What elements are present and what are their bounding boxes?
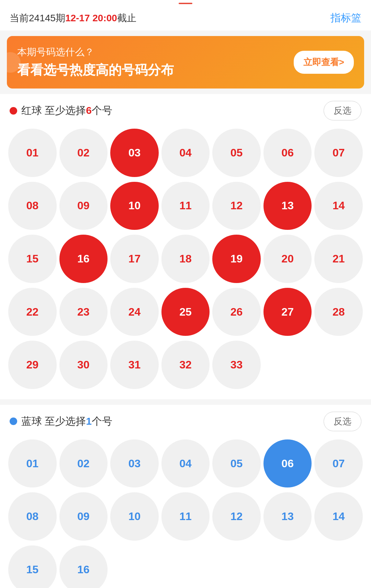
red-ball-17[interactable]: 17: [110, 235, 159, 283]
blue-ball-14[interactable]: 14: [314, 492, 363, 541]
red-ball-05[interactable]: 05: [212, 129, 261, 177]
blue-ball-05[interactable]: 05: [212, 439, 261, 488]
blue-ball-10[interactable]: 10: [110, 492, 159, 541]
period-label: 当前24145期: [10, 13, 65, 23]
blue-title-text: 蓝球 至少选择1个号: [21, 414, 112, 428]
blue-section-header: 蓝球 至少选择1个号 反选: [7, 412, 364, 431]
banner: 本期号码选什么？ 看看选号热度高的号码分布 立即查看>: [7, 36, 364, 89]
red-ball-18[interactable]: 18: [161, 235, 210, 283]
blue-ball-11[interactable]: 11: [161, 492, 210, 541]
red-balls-grid: 0102030405060708091011121314151617181920…: [7, 129, 364, 389]
red-section-header: 红球 至少选择6个号 反选: [7, 101, 364, 120]
blue-ball-12[interactable]: 12: [212, 492, 261, 541]
red-ball-15[interactable]: 15: [8, 235, 57, 283]
red-ball-27[interactable]: 27: [263, 288, 312, 336]
red-ball-03[interactable]: 03: [110, 129, 159, 177]
banner-top-text: 本期号码选什么？: [17, 46, 174, 59]
banner-cta-button[interactable]: 立即查看>: [294, 51, 354, 74]
red-ball-26[interactable]: 26: [212, 288, 261, 336]
red-ball-33[interactable]: 33: [212, 341, 261, 389]
period-date: 12-17 20:00: [65, 13, 117, 23]
red-ball-07[interactable]: 07: [314, 129, 363, 177]
red-ball-25[interactable]: 25: [161, 288, 210, 336]
red-ball-21[interactable]: 21: [314, 235, 363, 283]
blue-ball-01[interactable]: 01: [8, 439, 57, 488]
status-bar: [0, 0, 371, 5]
banner-text-area: 本期号码选什么？ 看看选号热度高的号码分布: [17, 46, 174, 79]
red-ball-30[interactable]: 30: [59, 341, 108, 389]
red-ball-section: 红球 至少选择6个号 反选 01020304050607080910111213…: [0, 94, 371, 399]
banner-main-text: 看看选号热度高的号码分布: [17, 61, 174, 79]
index-basket-link[interactable]: 指标篮: [330, 11, 361, 25]
blue-ball-03[interactable]: 03: [110, 439, 159, 488]
blue-ball-06[interactable]: 06: [263, 439, 312, 488]
blue-section-title: 蓝球 至少选择1个号: [10, 414, 112, 428]
blue-ball-04[interactable]: 04: [161, 439, 210, 488]
red-ball-13[interactable]: 13: [263, 182, 312, 230]
blue-ball-16[interactable]: 16: [59, 545, 108, 588]
red-dot-icon: [10, 107, 17, 115]
blue-ball-02[interactable]: 02: [59, 439, 108, 488]
blue-ball-section: 蓝球 至少选择1个号 反选 01020304050607080910111213…: [0, 405, 371, 588]
red-ball-31[interactable]: 31: [110, 341, 159, 389]
blue-ball-15[interactable]: 15: [8, 545, 57, 588]
red-ball-14[interactable]: 14: [314, 182, 363, 230]
blue-reverse-button[interactable]: 反选: [324, 412, 361, 431]
red-ball-11[interactable]: 11: [161, 182, 210, 230]
status-bar-indicator: [179, 3, 192, 4]
red-ball-28[interactable]: 28: [314, 288, 363, 336]
blue-ball-13[interactable]: 13: [263, 492, 312, 541]
red-ball-29[interactable]: 29: [8, 341, 57, 389]
blue-ball-08[interactable]: 08: [8, 492, 57, 541]
blue-ball-09[interactable]: 09: [59, 492, 108, 541]
red-section-title: 红球 至少选择6个号: [10, 104, 112, 118]
red-ball-10[interactable]: 10: [110, 182, 159, 230]
red-ball-01[interactable]: 01: [8, 129, 57, 177]
header: 当前24145期12-17 20:00截止 指标篮: [0, 5, 371, 31]
red-ball-04[interactable]: 04: [161, 129, 210, 177]
red-reverse-button[interactable]: 反选: [324, 101, 361, 120]
red-ball-32[interactable]: 32: [161, 341, 210, 389]
red-ball-02[interactable]: 02: [59, 129, 108, 177]
blue-balls-grid: 01020304050607080910111213141516: [7, 439, 364, 588]
red-ball-06[interactable]: 06: [263, 129, 312, 177]
red-ball-08[interactable]: 08: [8, 182, 57, 230]
red-ball-12[interactable]: 12: [212, 182, 261, 230]
blue-ball-07[interactable]: 07: [314, 439, 363, 488]
blue-dot-icon: [10, 418, 17, 425]
red-ball-16[interactable]: 16: [59, 235, 108, 283]
red-ball-24[interactable]: 24: [110, 288, 159, 336]
red-title-text: 红球 至少选择6个号: [21, 104, 112, 118]
red-ball-09[interactable]: 09: [59, 182, 108, 230]
red-ball-19[interactable]: 19: [212, 235, 261, 283]
red-ball-23[interactable]: 23: [59, 288, 108, 336]
header-period: 当前24145期12-17 20:00截止: [10, 12, 136, 25]
period-cutoff: 截止: [117, 13, 136, 23]
red-ball-22[interactable]: 22: [8, 288, 57, 336]
red-ball-20[interactable]: 20: [263, 235, 312, 283]
